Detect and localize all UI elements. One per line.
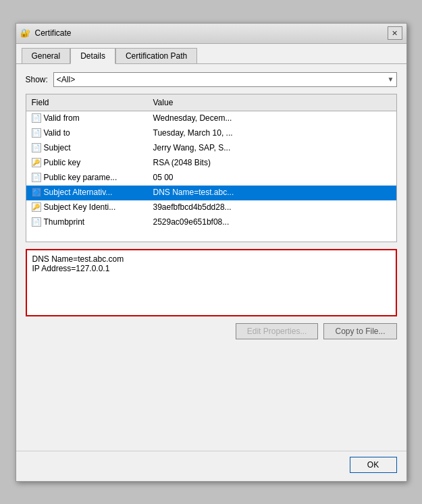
title-bar: 🔐 Certificate ✕ [16,24,406,44]
row-icon-doc: 📄 [32,143,41,152]
row-icon-key2: 🔑 [32,202,41,212]
show-row: Show: <All> Version 1 Fields Only Extens… [26,72,397,87]
cell-value-6: 39aefbfbcd4b5dd28... [148,201,396,213]
footer: OK [16,451,406,481]
cell-field-2: 📄 Subject [26,142,148,154]
cell-value-2: Jerry Wang, SAP, S... [148,142,396,154]
table-body: 📄 Valid from Wednesday, Decem... 📄 Valid… [26,111,396,242]
row-icon-doc: 📄 [32,217,41,227]
title-bar-buttons: ✕ [388,26,402,40]
cell-value-1: Tuesday, March 10, ... [148,127,396,139]
column-header-field: Field [26,96,148,109]
action-buttons: Edit Properties... Copy to File... [26,323,397,343]
row-icon-key: 🔑 [32,158,41,167]
table-row[interactable]: 🔑 Public key RSA (2048 Bits) [26,156,396,171]
table-row[interactable]: 📄 Thumbprint 2529ac09e651bf08... [26,215,396,230]
table-row[interactable]: 🔑 Subject Key Identi... 39aefbfbcd4b5dd2… [26,200,396,215]
certificate-table: Field Value 📄 Valid from Wednesday, Dece… [26,94,397,242]
table-row-selected[interactable]: 🔷 Subject Alternativ... DNS Name=test.ab… [26,186,396,200]
ok-button[interactable]: OK [350,457,397,473]
row-icon-blue: 🔷 [32,188,41,197]
cell-field-3: 🔑 Public key [26,157,148,169]
table-row[interactable]: 📄 Valid to Tuesday, March 10, ... [26,126,396,141]
cell-value-5: DNS Name=test.abc... [148,186,396,198]
detail-content: DNS Name=test.abc.com IP Address=127.0.0… [32,254,124,273]
cell-value-7: 2529ac09e651bf08... [148,216,396,228]
cell-value-3: RSA (2048 Bits) [148,157,396,169]
cell-value-4: 05 00 [148,171,396,184]
table-row[interactable]: 📄 Valid from Wednesday, Decem... [26,111,396,126]
cell-field-7: 📄 Thumbprint [26,216,148,228]
row-icon-doc: 📄 [32,173,41,182]
cell-value-0: Wednesday, Decem... [148,112,396,124]
row-icon-doc: 📄 [32,128,41,138]
certificate-dialog: 🔐 Certificate ✕ General Details Certific… [16,23,407,482]
table-row[interactable]: 📄 Subject Jerry Wang, SAP, S... [26,141,396,156]
detail-box: DNS Name=test.abc.com IP Address=127.0.0… [26,249,397,316]
table-row[interactable]: 📄 Public key parame... 05 00 [26,171,396,186]
cell-field-4: 📄 Public key parame... [26,171,148,184]
tab-general[interactable]: General [22,48,71,64]
column-header-value: Value [148,96,396,109]
close-button[interactable]: ✕ [388,26,402,40]
tab-bar: General Details Certification Path [16,44,406,64]
edit-properties-button[interactable]: Edit Properties... [236,323,319,339]
table-header: Field Value [26,94,396,111]
show-label: Show: [26,75,48,84]
cell-field-5: 🔷 Subject Alternativ... [26,186,148,198]
copy-to-file-button[interactable]: Copy to File... [323,323,396,339]
cell-field-0: 📄 Valid from [26,112,148,124]
tab-details[interactable]: Details [70,48,115,64]
row-icon-doc: 📄 [32,113,41,123]
cell-field-1: 📄 Valid to [26,127,148,139]
cell-field-6: 🔑 Subject Key Identi... [26,201,148,213]
tab-certification-path[interactable]: Certification Path [115,48,197,64]
show-select[interactable]: <All> Version 1 Fields Only Extensions O… [53,72,397,87]
window-icon: 🔐 [20,28,31,38]
show-select-wrapper: <All> Version 1 Fields Only Extensions O… [53,72,397,87]
window-title: Certificate [35,28,388,38]
content-area: Show: <All> Version 1 Fields Only Extens… [16,64,406,451]
